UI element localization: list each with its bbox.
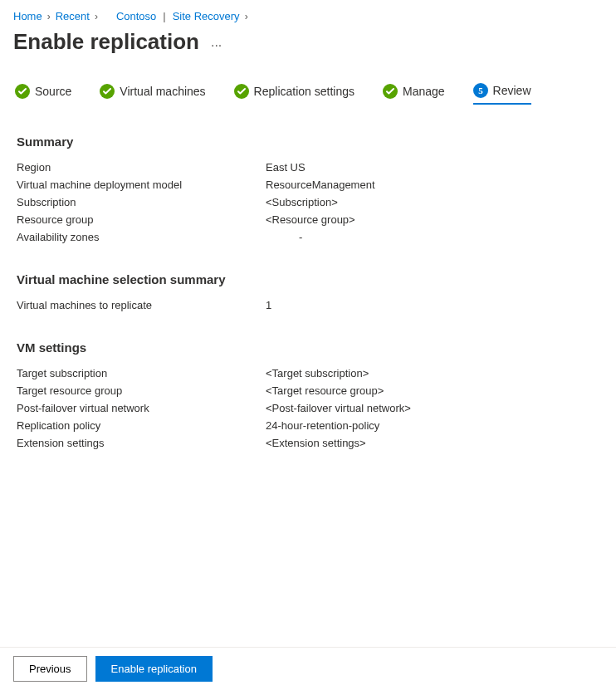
breadcrumb-service[interactable]: Site Recovery <box>173 10 240 22</box>
step-review[interactable]: 5 Review <box>473 83 531 105</box>
enable-replication-button[interactable]: Enable replication <box>95 656 213 682</box>
field-label: Virtual machines to replicate <box>17 299 266 311</box>
field-label: Availability zones <box>17 231 266 243</box>
step-replication-settings[interactable]: Replication settings <box>234 84 354 104</box>
field-target-subscription: Target subscription <Target subscription… <box>17 365 599 382</box>
field-resource-group: Resource group <Resource group> <box>17 211 599 228</box>
field-post-failover-vnet: Post-failover virtual network <Post-fail… <box>17 399 599 417</box>
field-region: Region East US <box>17 159 599 176</box>
check-circle-icon <box>15 84 30 99</box>
field-value: 1 <box>266 299 271 311</box>
field-label: Subscription <box>17 196 266 208</box>
field-deployment-model: Virtual machine deployment model Resourc… <box>17 176 599 193</box>
section-summary: Summary Region East US Virtual machine d… <box>17 135 599 246</box>
step-label: Manage <box>403 85 445 98</box>
section-title: Virtual machine selection summary <box>17 272 599 286</box>
field-value: <Resource group> <box>266 213 355 226</box>
chevron-right-icon: › <box>245 11 248 22</box>
content-area: Summary Region East US Virtual machine d… <box>0 111 616 495</box>
field-value: - <box>266 231 302 243</box>
field-label: Resource group <box>17 213 266 226</box>
field-target-resource-group: Target resource group <Target resource g… <box>17 382 599 399</box>
check-circle-icon <box>100 84 115 99</box>
section-title: VM settings <box>17 340 599 355</box>
check-circle-icon <box>234 84 249 99</box>
step-manage[interactable]: Manage <box>383 84 445 104</box>
footer-actions: Previous Enable replication <box>0 647 616 690</box>
step-number-badge: 5 <box>473 83 488 98</box>
wizard-steps: Source Virtual machines Replication sett… <box>0 71 616 111</box>
field-value: <Extension settings> <box>266 437 366 449</box>
check-circle-icon <box>383 84 398 99</box>
field-label: Target resource group <box>17 384 266 397</box>
section-vm-settings: VM settings Target subscription <Target … <box>17 340 599 452</box>
field-label: Extension settings <box>17 437 266 449</box>
field-value: <Subscription> <box>266 196 338 208</box>
field-label: Region <box>17 161 266 174</box>
step-label: Source <box>35 85 71 98</box>
step-label: Virtual machines <box>120 85 205 98</box>
breadcrumb-contoso[interactable]: Contoso <box>116 10 156 22</box>
field-value: <Target resource group> <box>266 384 384 397</box>
breadcrumb-recent[interactable]: Recent <box>56 10 90 22</box>
step-virtual-machines[interactable]: Virtual machines <box>100 84 205 104</box>
step-source[interactable]: Source <box>15 84 71 104</box>
section-title: Summary <box>17 135 599 149</box>
field-value: 24-hour-retention-policy <box>266 419 379 432</box>
step-label: Review <box>493 84 531 97</box>
breadcrumb-separator: | <box>163 10 165 22</box>
breadcrumb-home[interactable]: Home <box>13 10 42 22</box>
field-value: East US <box>266 161 306 174</box>
page-header: Enable replication ··· <box>0 26 616 71</box>
field-vms-to-replicate: Virtual machines to replicate 1 <box>17 296 599 314</box>
chevron-right-icon: › <box>47 11 51 22</box>
section-vm-selection: Virtual machine selection summary Virtua… <box>17 272 599 314</box>
field-value: <Post-failover virtual network> <box>266 402 411 414</box>
field-label: Post-failover virtual network <box>17 402 266 414</box>
field-subscription: Subscription <Subscription> <box>17 193 599 211</box>
field-availability-zones: Availability zones - <box>17 228 599 246</box>
field-label: Virtual machine deployment model <box>17 179 266 191</box>
field-replication-policy: Replication policy 24-hour-retention-pol… <box>17 417 599 434</box>
page-title: Enable replication <box>13 29 199 55</box>
field-label: Replication policy <box>17 419 266 432</box>
chevron-right-icon: › <box>95 11 98 22</box>
field-label: Target subscription <box>17 367 266 379</box>
field-value: ResourceManagement <box>266 179 375 191</box>
more-icon[interactable]: ··· <box>211 32 222 53</box>
field-extension-settings: Extension settings <Extension settings> <box>17 434 599 452</box>
svg-text:5: 5 <box>478 86 483 95</box>
field-value: <Target subscription> <box>266 367 369 379</box>
previous-button[interactable]: Previous <box>13 656 87 682</box>
step-label: Replication settings <box>254 85 354 98</box>
breadcrumb: Home › Recent › Contoso | Site Recovery … <box>0 0 616 26</box>
